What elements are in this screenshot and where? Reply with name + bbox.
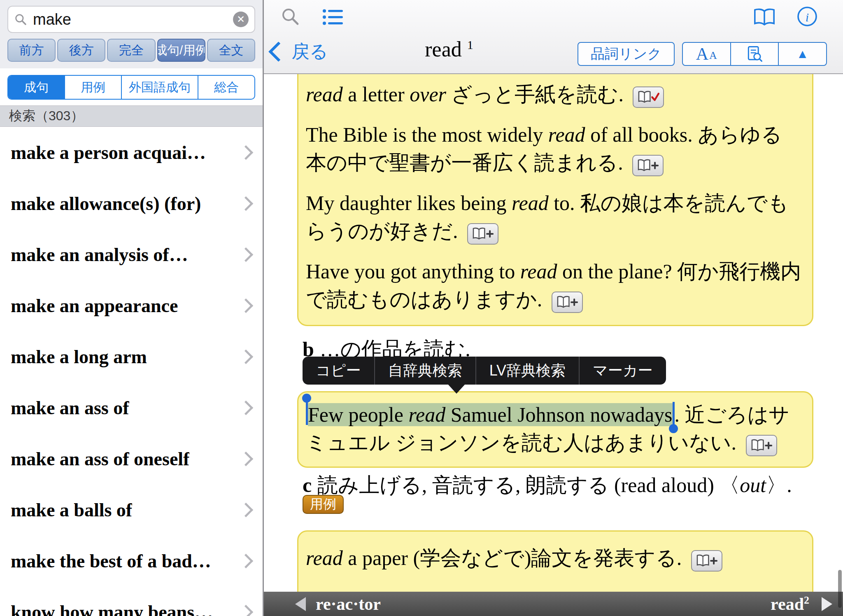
example-sentence: My daughter likes being read to. 私の娘は本を読… <box>306 189 802 245</box>
title-superscript: 1 <box>467 38 473 51</box>
example-sentence: Few people read Samuel Johnson nowadays.… <box>306 401 802 457</box>
pos-link-button[interactable]: 品詞リンク <box>578 42 675 66</box>
previous-entry-arrow-icon[interactable] <box>295 597 306 611</box>
clear-search-icon[interactable]: ✕ <box>233 12 249 27</box>
chevron-left-icon <box>268 42 289 62</box>
bookmark-add-icon[interactable] <box>632 155 664 176</box>
example-sentence: read a paper (学会などで)論文を発表する. <box>306 544 802 572</box>
selection-handle-dot <box>302 394 311 403</box>
svg-text:i: i <box>806 10 809 24</box>
scope-tab-phrase-example[interactable]: 成句/用例 <box>157 39 205 62</box>
chevron-right-icon <box>239 145 253 159</box>
bookmark-add-icon[interactable] <box>746 435 777 456</box>
chevron-right-icon <box>239 451 253 466</box>
view-controls-group: AA ▲ <box>682 42 827 66</box>
chevron-right-icon <box>239 604 253 616</box>
chevron-right-icon <box>239 553 253 568</box>
next-entry-button[interactable]: read2 <box>771 594 809 614</box>
sense-c-line: c読み上げる, 音読する, 朗読する (read aloud) 〈out〉. <box>303 472 792 498</box>
selection-handle-start[interactable] <box>306 402 308 425</box>
example-sentence: Have you got anything to read on the pla… <box>306 257 802 313</box>
search-icon <box>14 13 27 26</box>
toolbar-search-icon[interactable] <box>280 7 300 28</box>
scope-tab-suffix[interactable]: 後方 <box>57 39 105 62</box>
result-item[interactable]: make the best of a bad… <box>0 535 263 586</box>
result-item[interactable]: make a long arm <box>0 331 263 382</box>
filter-tab-example[interactable]: 用例 <box>64 76 121 99</box>
chevron-right-icon <box>239 196 253 210</box>
menu-item-dict-search[interactable]: 自辞典検索 <box>374 357 475 385</box>
bookmark-add-icon[interactable] <box>467 223 498 245</box>
result-item[interactable]: make an ass of <box>0 382 263 433</box>
menu-item-lv-dict-search[interactable]: LV辞典検索 <box>475 357 579 385</box>
entry-pager-bar: re·ac·tor read2 <box>264 592 843 616</box>
bookmark-check-icon[interactable] <box>633 86 664 108</box>
info-icon[interactable]: i <box>796 6 818 29</box>
selection-handle-end[interactable] <box>673 402 675 425</box>
search-panel: ✕ 前方 後方 完全 成句/用例 全文 成句 用例 外国語成句 総合 検索（30… <box>0 0 264 616</box>
result-filter-tabs: 成句 用例 外国語成句 総合 <box>7 75 255 100</box>
back-label: 戻る <box>291 40 328 64</box>
result-item[interactable]: make allowance(s) (for) <box>0 178 263 229</box>
result-count-header: 検索（303） <box>0 105 263 127</box>
example-sentence: read a letter over ざっと手紙を読む. <box>306 80 802 108</box>
entry-header: i 戻る read 1 品詞リンク AA <box>264 0 843 74</box>
top-toolbar: i <box>264 0 843 34</box>
back-button[interactable]: 戻る <box>271 40 328 64</box>
filter-tab-phrase[interactable]: 成句 <box>8 76 64 99</box>
result-item[interactable]: make an analysis of… <box>0 229 263 280</box>
index-list-icon[interactable] <box>322 8 344 28</box>
chevron-right-icon <box>239 502 253 517</box>
filter-tab-all[interactable]: 総合 <box>198 76 254 99</box>
bookmark-add-icon[interactable] <box>691 550 722 572</box>
result-item[interactable]: make a person acquai… <box>0 127 263 178</box>
example-box-1: read a letter over ざっと手紙を読む. The Bible i… <box>297 74 813 326</box>
result-item[interactable]: make a balls of <box>0 484 263 535</box>
example-sentence: The Bible is the most widely read of all… <box>306 121 802 177</box>
scope-tab-prefix[interactable]: 前方 <box>7 39 56 62</box>
bookmarks-icon[interactable] <box>753 7 776 28</box>
bookmark-add-icon[interactable] <box>552 292 583 313</box>
search-scope-tabs: 前方 後方 完全 成句/用例 全文 <box>0 39 263 68</box>
dictionary-entry-panel: i 戻る read 1 品詞リンク AA <box>264 0 843 616</box>
context-menu: コピー 自辞典検索 LV辞典検索 マーカー <box>303 357 666 385</box>
selected-text: Few people read Samuel Johnson nowadays <box>308 403 673 426</box>
previous-entry-button[interactable]: re·ac·tor <box>316 594 381 614</box>
example-badge[interactable]: 用例 <box>303 495 344 514</box>
chevron-right-icon <box>239 298 253 313</box>
entry-nav-bar: 戻る read 1 品詞リンク AA <box>264 34 843 73</box>
example-box-3: read a paper (学会などで)論文を発表する. <box>297 530 813 592</box>
font-size-button[interactable]: AA <box>683 43 730 65</box>
filter-tab-foreign-phrase[interactable]: 外国語成句 <box>121 76 198 99</box>
result-item[interactable]: make an appearance <box>0 280 263 331</box>
scope-tab-exact[interactable]: 完全 <box>107 39 155 62</box>
triangle-up-icon: ▲ <box>796 47 809 61</box>
page-search-icon <box>745 45 764 63</box>
chevron-right-icon <box>239 247 253 261</box>
entry-content: read a letter over ざっと手紙を読む. The Bible i… <box>264 74 843 592</box>
result-item[interactable]: know how many beans… <box>0 586 263 616</box>
sense-marker: c <box>303 474 312 497</box>
context-menu-arrow <box>447 384 466 394</box>
search-input[interactable] <box>32 10 233 29</box>
selection-handle-dot <box>669 424 678 433</box>
menu-item-copy[interactable]: コピー <box>303 357 374 385</box>
menu-item-marker[interactable]: マーカー <box>579 357 666 385</box>
chevron-right-icon <box>239 400 253 415</box>
result-item[interactable]: make an ass of oneself <box>0 433 263 484</box>
scope-tab-fulltext[interactable]: 全文 <box>207 39 255 62</box>
page-title: read 1 <box>425 37 473 61</box>
next-entry-arrow-icon[interactable] <box>822 597 832 611</box>
result-list: make a person acquai… make allowance(s) … <box>0 127 263 616</box>
page-search-button[interactable] <box>730 43 778 65</box>
result-count-label: 検索（303） <box>9 107 84 125</box>
scrollbar-thumb[interactable] <box>838 570 842 608</box>
search-field[interactable]: ✕ <box>7 6 255 33</box>
chevron-right-icon <box>239 349 253 364</box>
example-box-2: Few people read Samuel Johnson nowadays.… <box>297 391 813 468</box>
scroll-top-button[interactable]: ▲ <box>778 43 826 65</box>
search-bar-area: ✕ <box>0 0 263 39</box>
